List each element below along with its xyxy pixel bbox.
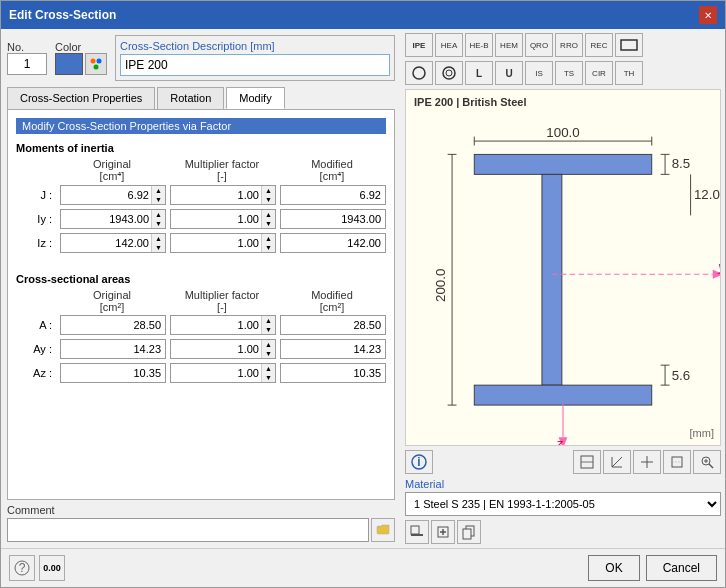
- moments-mod-unit: [cm⁴]: [278, 170, 386, 183]
- toolbar-ro2[interactable]: [435, 61, 463, 85]
- description-input[interactable]: [120, 54, 390, 76]
- toolbar-ts[interactable]: TS: [555, 61, 583, 85]
- svg-rect-8: [474, 154, 652, 174]
- toolbar-ipe[interactable]: IPE: [405, 33, 433, 57]
- description-label: Cross-Section Description [mm]: [120, 40, 390, 52]
- iz-orig-up[interactable]: ▲: [152, 234, 165, 243]
- icon-toolbar-row1: IPE HEA HE-B HEM QRO RRO REC: [405, 33, 721, 57]
- iz-label: Iz :: [16, 237, 56, 249]
- iz-mult-up[interactable]: ▲: [262, 234, 275, 243]
- toolbar-hea[interactable]: HEA: [435, 33, 463, 57]
- svg-text:?: ?: [19, 561, 26, 575]
- view-btn3[interactable]: [633, 450, 661, 474]
- toolbar-is[interactable]: IS: [525, 61, 553, 85]
- material-section: Material 1 Steel S 235 | EN 1993-1-1:200…: [405, 478, 721, 544]
- iy-mult-down[interactable]: ▼: [262, 219, 275, 228]
- toolbar-hem[interactable]: HEM: [495, 33, 523, 57]
- areas-mult-header: Multiplier factor: [168, 289, 276, 301]
- svg-rect-9: [542, 174, 562, 385]
- help-button[interactable]: ?: [9, 555, 35, 581]
- footer: ? 0.00 OK Cancel: [1, 548, 725, 587]
- comment-browse-button[interactable]: [371, 518, 395, 542]
- iy-multiplier-input[interactable]: ▲ ▼: [170, 209, 276, 229]
- comment-input[interactable]: [7, 518, 369, 542]
- j-mult-up[interactable]: ▲: [262, 186, 275, 195]
- toolbar-rro[interactable]: RRO: [555, 33, 583, 57]
- ay-mult-down[interactable]: ▼: [262, 349, 275, 358]
- no-section: No. 1: [7, 41, 47, 75]
- j-multiplier-input[interactable]: ▲ ▼: [170, 185, 276, 205]
- iz-modified: 142.00: [280, 233, 386, 253]
- svg-point-6: [443, 67, 455, 79]
- settings-button[interactable]: 0.00: [39, 555, 65, 581]
- left-panel: No. 1 Color: [1, 29, 401, 548]
- j-orig-down[interactable]: ▼: [152, 195, 165, 204]
- color-picker-button[interactable]: [85, 53, 107, 75]
- comment-section: Comment: [7, 504, 395, 542]
- measure-icon2: [609, 454, 625, 470]
- toolbar-th[interactable]: TH: [615, 61, 643, 85]
- tab-rotation[interactable]: Rotation: [157, 87, 224, 109]
- tab-cross-section-properties[interactable]: Cross-Section Properties: [7, 87, 155, 109]
- toolbar-cir[interactable]: CIR: [585, 61, 613, 85]
- a-multiplier-input[interactable]: ▲ ▼: [170, 315, 276, 335]
- tab-modify[interactable]: Modify: [226, 87, 284, 109]
- svg-rect-56: [463, 529, 471, 539]
- svg-point-1: [97, 59, 102, 64]
- material-copy-button[interactable]: [457, 520, 481, 544]
- iz-multiplier-input[interactable]: ▲ ▼: [170, 233, 276, 253]
- cancel-button[interactable]: Cancel: [646, 555, 717, 581]
- toolbar-u[interactable]: U: [495, 61, 523, 85]
- svg-text:200.0: 200.0: [433, 269, 448, 302]
- no-label: No.: [7, 41, 47, 53]
- iy-mult-up[interactable]: ▲: [262, 210, 275, 219]
- toolbar-rec[interactable]: REC: [585, 33, 613, 57]
- table-row: A : 28.50 ▲ ▼ 28.50: [16, 315, 386, 335]
- svg-point-0: [91, 59, 96, 64]
- view-btn1[interactable]: [573, 450, 601, 474]
- material-edit-button[interactable]: [405, 520, 429, 544]
- j-orig-up[interactable]: ▲: [152, 186, 165, 195]
- az-label: Az :: [16, 367, 56, 379]
- help-icon: ?: [14, 560, 30, 576]
- areas-mod-unit: [cm²]: [278, 301, 386, 313]
- table-row: Az : 10.35 ▲ ▼ 10.35: [16, 363, 386, 383]
- close-button[interactable]: ✕: [699, 6, 717, 24]
- j-mult-down[interactable]: ▼: [262, 195, 275, 204]
- iz-original-input[interactable]: ▲ ▼: [60, 233, 166, 253]
- iy-orig-down[interactable]: ▼: [152, 219, 165, 228]
- ay-mult-up[interactable]: ▲: [262, 340, 275, 349]
- toolbar-rec2[interactable]: [615, 33, 643, 57]
- toolbar-qro[interactable]: QRO: [525, 33, 553, 57]
- iy-original-input[interactable]: ▲ ▼: [60, 209, 166, 229]
- material-label: Material: [405, 478, 721, 490]
- iz-orig-down[interactable]: ▼: [152, 243, 165, 252]
- toolbar-ro[interactable]: [405, 61, 433, 85]
- material-new-button[interactable]: [431, 520, 455, 544]
- j-original-input[interactable]: ▲ ▼: [60, 185, 166, 205]
- az-mult-up[interactable]: ▲: [262, 364, 275, 373]
- ok-button[interactable]: OK: [588, 555, 639, 581]
- iz-mult-down[interactable]: ▼: [262, 243, 275, 252]
- view-btn4[interactable]: [663, 450, 691, 474]
- material-select[interactable]: 1 Steel S 235 | EN 1993-1-1:2005-05: [405, 492, 721, 516]
- info-button[interactable]: i: [405, 450, 433, 474]
- iy-orig-up[interactable]: ▲: [152, 210, 165, 219]
- a-mult-down[interactable]: ▼: [262, 325, 275, 334]
- view-btn2[interactable]: [603, 450, 631, 474]
- svg-line-47: [709, 464, 713, 468]
- toolbar-l[interactable]: L: [465, 61, 493, 85]
- a-mult-up[interactable]: ▲: [262, 316, 275, 325]
- toolbar-heb[interactable]: HE-B: [465, 33, 493, 57]
- svg-text:y: y: [717, 259, 720, 274]
- view-btn5[interactable]: [693, 450, 721, 474]
- moments-mult-header: Multiplier factor: [168, 158, 276, 170]
- table-row: Ay : 14.23 ▲ ▼ 14.23: [16, 339, 386, 359]
- moments-mult-unit: [-]: [168, 170, 276, 182]
- color-section: Color: [55, 41, 107, 75]
- material-actions: [405, 520, 721, 544]
- svg-text:12.0: 12.0: [694, 187, 720, 202]
- az-multiplier-input[interactable]: ▲ ▼: [170, 363, 276, 383]
- az-mult-down[interactable]: ▼: [262, 373, 275, 382]
- ay-multiplier-input[interactable]: ▲ ▼: [170, 339, 276, 359]
